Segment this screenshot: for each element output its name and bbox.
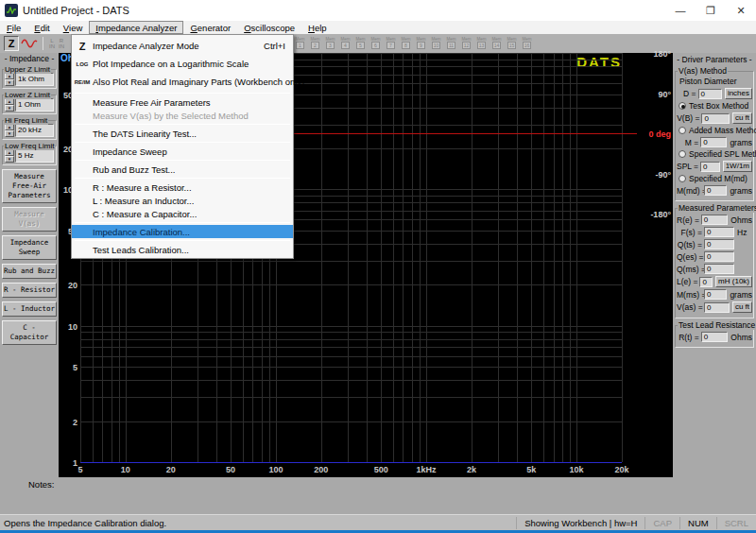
menu-item-rub-and-buzz-test[interactable]: Rub and Buzz Test... [72,163,293,176]
gridline-vertical [367,53,368,462]
mem-button-5[interactable]: Mem5 [353,35,368,51]
menu-item-the-dats-linearity-test[interactable]: The DATS Linearity Test... [72,127,293,140]
param-value-input[interactable]: 0 [699,277,713,287]
button-measure-free-air-parameters[interactable]: Measure Free-Air Parameters [2,169,57,203]
menubar-item-oscilloscope[interactable]: Oscilloscope [237,21,301,34]
statusbar: Opens the Impedance Calibration dialog. … [0,514,756,530]
menu-separator [75,178,290,179]
menubar-item-help[interactable]: Help [301,21,334,34]
param-label: Q(ms) = [677,265,702,274]
param-value-input[interactable]: 0 [704,289,727,300]
limit-value-input[interactable]: 5 Hz [15,149,54,163]
mem-button-number: 5 [356,42,365,49]
limit-value-input[interactable]: 1k Ohm [15,73,54,86]
radio-added-mass-method[interactable]: Added Mass Method [679,126,752,135]
mem-button-10[interactable]: Mem10 [429,35,443,51]
dats-application-window: Untitled Project - DATS — ❐ ✕ FileEditVi… [0,0,756,533]
limit-label: Upper Z Limit [4,65,51,74]
button-r-resistor[interactable]: R - Resistor [2,283,57,298]
button-l-inductor[interactable]: L - Inductor [2,301,57,317]
spin-down-icon[interactable]: ▼ [5,156,14,163]
param-value-input[interactable]: 0 [701,215,728,225]
mem-button-number: 6 [371,42,380,49]
param-value-input[interactable]: 0 [704,227,734,237]
mem-button-7[interactable]: Mem7 [384,35,398,51]
unit-1w-1m[interactable]: 1W/1m [723,161,752,172]
menu-item-plot-impedance-on-a-logarithmic-scale[interactable]: LOGPlot Impedance on a Logarithmic Scale [72,55,293,73]
param-value-input[interactable]: 0 [700,137,727,147]
left-input-icon[interactable]: L IN [49,38,55,49]
mem-button-6[interactable]: Mem6 [369,35,383,51]
spin-down-icon[interactable]: ▼ [5,79,14,86]
button-rub-and-buzz[interactable]: Rub and Buzz [2,264,57,279]
spin-down-icon[interactable]: ▼ [5,130,14,137]
radio-test-box-method[interactable]: Test Box Method [679,101,752,111]
gridline-vertical [554,53,555,462]
param-label: SPL = [677,162,698,171]
menu-item-c-measure-a-capacitor[interactable]: C : Measure a Capacitor... [72,207,293,220]
spin-up-icon[interactable]: ▲ [5,73,14,79]
mem-button-13[interactable]: Mem13 [474,35,489,51]
param-value-input[interactable]: 0 [704,239,734,249]
mem-button-3[interactable]: Mem3 [323,35,337,51]
param-value-input[interactable]: 0 [700,162,720,172]
spin-up-icon[interactable]: ▲ [5,98,14,105]
limit-value-input[interactable]: 1 Ohm [15,98,54,112]
menubar-item-generator[interactable]: Generator [183,21,237,34]
param-value-input[interactable]: 0 [704,251,734,262]
spin-up-icon[interactable]: ▲ [5,124,14,130]
spin-down-icon[interactable]: ▼ [5,105,14,112]
menu-item-measure-free-air-parameters[interactable]: Measure Free Air Parameters [72,95,293,109]
impedance-mode-button[interactable]: Z [4,36,19,51]
unit-cu-ft[interactable]: cu ft [732,112,752,124]
menu-item-test-leads-calibration[interactable]: Test Leads Calibration... [72,243,293,256]
minimize-button[interactable]: — [665,0,696,21]
unit-inches[interactable]: inches [725,88,752,99]
radio-specified-m-md[interactable]: Specified M(md) [679,174,752,183]
menu-item-label: Impedance Analyzer Mode [93,41,198,51]
menu-separator [75,142,290,143]
mem-button-11[interactable]: Mem11 [444,35,458,51]
menubar-item-view[interactable]: View [57,21,90,34]
maximize-button[interactable]: ❐ [696,0,726,21]
right-input-icon[interactable]: R IN [59,38,64,49]
menu-item-r-measure-a-resistor[interactable]: R : Measure a Resistor... [72,181,293,194]
menu-item-label: Test Leads Calibration... [93,245,189,255]
mem-button-16[interactable]: Mem16 [520,35,534,51]
menubar-item-impedance-analyzer[interactable]: Impedance Analyzer [89,21,183,34]
button-c-capacitor[interactable]: C - Capacitor [2,320,57,345]
mem-button-number: 14 [492,42,501,49]
mem-button-12[interactable]: Mem12 [459,35,473,51]
menu-item-impedance-sweep[interactable]: Impedance Sweep [72,145,293,158]
menu-item-l-measure-an-inductor[interactable]: L : Measure an Inductor... [72,194,293,207]
param-value-input[interactable]: 0 [701,332,729,342]
radio-specified-spl-method[interactable]: Specified SPL Method [679,149,752,159]
menu-item-impedance-calibration[interactable]: Impedance Calibration... [72,225,293,238]
unit-cu-ft[interactable]: cu ft [732,301,752,313]
mem-button-2[interactable]: Mem2 [308,35,322,51]
limit-value-input[interactable]: 20 kHz [15,124,54,137]
param-value-input[interactable]: 0 [704,185,727,196]
mem-button-9[interactable]: Mem9 [414,35,428,51]
spin-up-icon[interactable]: ▲ [5,149,14,156]
param-value-input[interactable]: 0 [704,264,734,274]
menu-item-also-plot-real-and-imaginary-parts-workbench-only[interactable]: RE/IMAlso Plot Real and Imaginary Parts … [72,73,293,91]
menubar-item-edit[interactable]: Edit [27,21,56,34]
param-value-input[interactable]: 0 [704,302,730,313]
mem-button-1[interactable]: Mem1 [293,35,307,51]
mem-button-14[interactable]: Mem14 [490,35,504,51]
mem-button-15[interactable]: Mem15 [505,35,519,51]
sine-wave-icon[interactable] [21,36,38,51]
button-impedance-sweep[interactable]: Impedance Sweep [2,235,57,260]
param-value-input[interactable]: 0 [701,113,729,124]
num-lock-indicator: NUM [679,517,716,529]
mem-button-8[interactable]: Mem8 [399,35,413,51]
unit-mh-10k[interactable]: mH (10k) [715,276,752,287]
mem-button-4[interactable]: Mem4 [338,35,352,51]
param-value-input[interactable]: 0 [698,89,722,99]
param-row-spl: SPL =01W/1m [677,161,752,172]
menu-item-impedance-analyzer-mode[interactable]: ZImpedance Analyzer ModeCtrl+I [72,37,293,55]
close-button[interactable]: ✕ [726,0,756,21]
param-label: M = [677,138,698,147]
menubar-item-file[interactable]: File [0,21,27,34]
